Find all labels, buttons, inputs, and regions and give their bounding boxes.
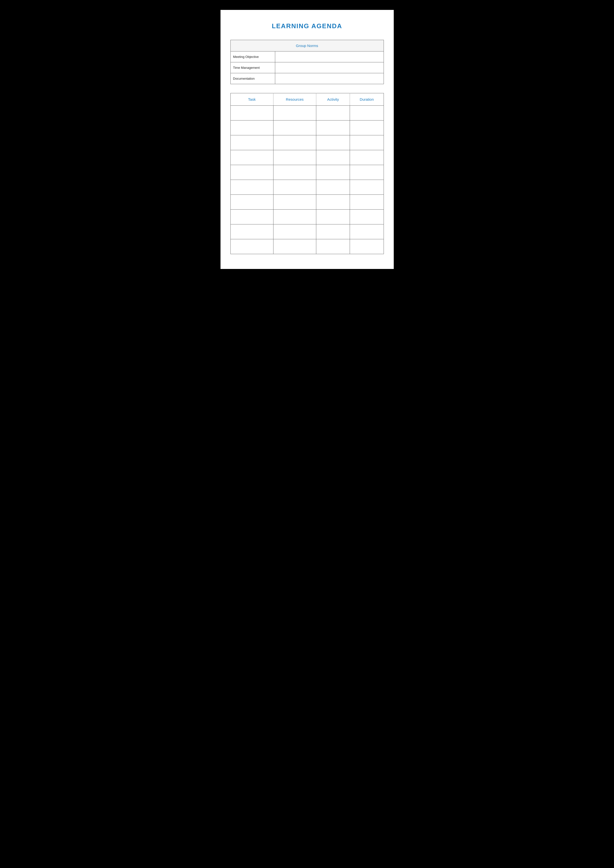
- agenda-cell-duration[interactable]: [350, 165, 384, 180]
- group-norms-row-doc: Documentation: [230, 73, 384, 84]
- agenda-row: [230, 121, 384, 135]
- agenda-cell-activity[interactable]: [316, 135, 350, 150]
- agenda-cell-activity[interactable]: [316, 105, 350, 121]
- agenda-col-duration: Duration: [350, 93, 384, 105]
- agenda-cell-duration[interactable]: [350, 209, 384, 225]
- page: LEARNING AGENDA Group Norms Meeting Obje…: [220, 10, 394, 269]
- agenda-cell-duration[interactable]: [350, 105, 384, 121]
- agenda-cell-task[interactable]: [230, 150, 273, 165]
- agenda-cell-task[interactable]: [230, 195, 273, 209]
- agenda-row: [230, 180, 384, 195]
- agenda-cell-resources[interactable]: [273, 150, 316, 165]
- agenda-cell-resources[interactable]: [273, 239, 316, 254]
- agenda-cell-activity[interactable]: [316, 225, 350, 239]
- agenda-header-row: Task Resources Activity Duration: [230, 93, 384, 105]
- agenda-row: [230, 165, 384, 180]
- agenda-row: [230, 239, 384, 254]
- group-norms-table: Group Norms Meeting Objective Time Manag…: [230, 40, 384, 84]
- agenda-cell-task[interactable]: [230, 225, 273, 239]
- group-norms-label-meeting: Meeting Objective: [230, 51, 275, 62]
- group-norms-row-meeting: Meeting Objective: [230, 51, 384, 62]
- group-norms-value-meeting[interactable]: [275, 51, 384, 62]
- agenda-cell-duration[interactable]: [350, 195, 384, 209]
- agenda-col-resources: Resources: [273, 93, 316, 105]
- group-norms-label-doc: Documentation: [230, 73, 275, 84]
- agenda-cell-task[interactable]: [230, 105, 273, 121]
- agenda-cell-activity[interactable]: [316, 180, 350, 195]
- agenda-cell-duration[interactable]: [350, 239, 384, 254]
- group-norms-value-time[interactable]: [275, 62, 384, 73]
- agenda-cell-duration[interactable]: [350, 150, 384, 165]
- agenda-cell-activity[interactable]: [316, 121, 350, 135]
- agenda-row: [230, 209, 384, 225]
- agenda-cell-task[interactable]: [230, 165, 273, 180]
- agenda-cell-duration[interactable]: [350, 180, 384, 195]
- agenda-cell-activity[interactable]: [316, 239, 350, 254]
- group-norms-row-time: Time Management: [230, 62, 384, 73]
- agenda-cell-task[interactable]: [230, 121, 273, 135]
- agenda-cell-resources[interactable]: [273, 165, 316, 180]
- agenda-col-activity: Activity: [316, 93, 350, 105]
- agenda-cell-activity[interactable]: [316, 165, 350, 180]
- agenda-row: [230, 105, 384, 121]
- agenda-row: [230, 225, 384, 239]
- agenda-cell-activity[interactable]: [316, 195, 350, 209]
- agenda-cell-duration[interactable]: [350, 121, 384, 135]
- agenda-row: [230, 195, 384, 209]
- group-norms-value-doc[interactable]: [275, 73, 384, 84]
- agenda-row: [230, 135, 384, 150]
- agenda-cell-resources[interactable]: [273, 195, 316, 209]
- agenda-cell-activity[interactable]: [316, 150, 350, 165]
- agenda-cell-resources[interactable]: [273, 225, 316, 239]
- agenda-row: [230, 150, 384, 165]
- agenda-cell-activity[interactable]: [316, 209, 350, 225]
- agenda-cell-resources[interactable]: [273, 135, 316, 150]
- agenda-cell-duration[interactable]: [350, 135, 384, 150]
- agenda-cell-resources[interactable]: [273, 105, 316, 121]
- group-norms-label-time: Time Management: [230, 62, 275, 73]
- agenda-cell-resources[interactable]: [273, 121, 316, 135]
- agenda-cell-duration[interactable]: [350, 225, 384, 239]
- agenda-cell-resources[interactable]: [273, 180, 316, 195]
- agenda-table: Task Resources Activity Duration: [230, 93, 384, 254]
- agenda-col-task: Task: [230, 93, 273, 105]
- agenda-cell-task[interactable]: [230, 209, 273, 225]
- page-title: LEARNING AGENDA: [230, 22, 384, 30]
- agenda-cell-resources[interactable]: [273, 209, 316, 225]
- agenda-cell-task[interactable]: [230, 135, 273, 150]
- agenda-cell-task[interactable]: [230, 180, 273, 195]
- group-norms-header: Group Norms: [230, 40, 384, 51]
- agenda-cell-task[interactable]: [230, 239, 273, 254]
